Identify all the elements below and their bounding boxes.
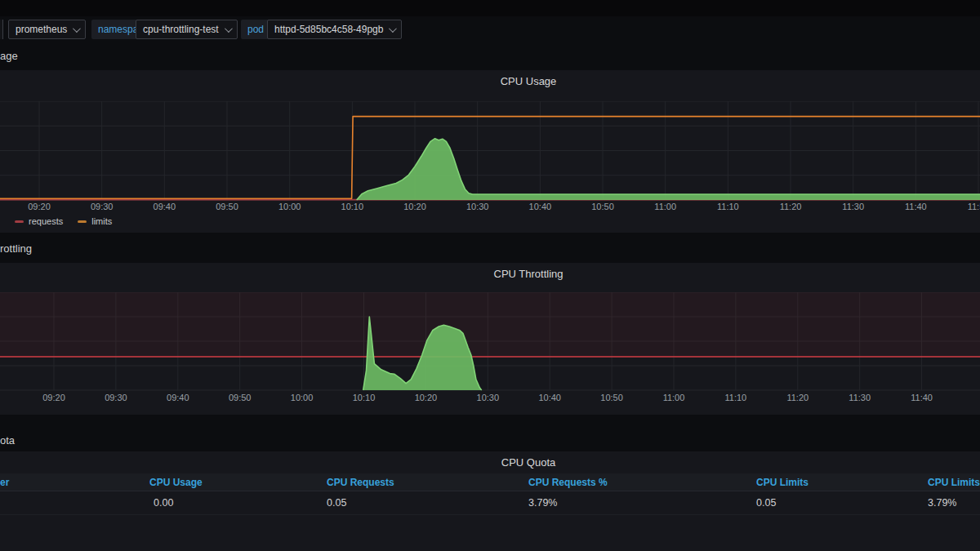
- row-header-cpu-throttling[interactable]: rottling: [0, 242, 32, 255]
- x-tick-label: 10:00: [291, 393, 314, 402]
- x-tick-label: 11:40: [905, 202, 927, 211]
- quota-column-header[interactable]: er: [0, 473, 9, 491]
- cpu-quota-panel: CPU Quota erCPU UsageCPU RequestsCPU Req…: [0, 451, 980, 551]
- x-tick-label: 10:40: [529, 202, 552, 211]
- x-tick-label: 09:20: [28, 202, 51, 211]
- x-tick-label: 11:10: [717, 202, 739, 211]
- x-tick-label: 09:40: [154, 202, 176, 211]
- x-tick-label: 10:50: [600, 393, 623, 402]
- x-tick-label: 10:40: [538, 393, 561, 402]
- pod-label: pod: [241, 20, 270, 39]
- x-tick-label: 11:50: [968, 202, 980, 211]
- namespace-dropdown[interactable]: cpu-throttling-test: [136, 20, 238, 39]
- threshold-region: [0, 292, 980, 357]
- variables-toolbar: prometheus namespace cpu-throttling-test…: [0, 16, 980, 46]
- quota-column-header[interactable]: CPU Limits: [756, 473, 808, 491]
- cpu-usage-legend: requestslimits: [15, 216, 112, 226]
- x-tick-label: 10:10: [353, 393, 376, 402]
- x-tick-label: 10:30: [466, 202, 489, 211]
- quota-cell: 0.05: [327, 491, 346, 514]
- namespace-value: cpu-throttling-test: [143, 24, 219, 35]
- datasource-dropdown[interactable]: prometheus: [8, 20, 86, 39]
- x-tick-label: 11:40: [911, 393, 933, 402]
- x-tick-label: 11:00: [663, 393, 685, 402]
- x-tick-label: 11:30: [842, 202, 864, 211]
- x-tick-label: 10:30: [477, 393, 500, 402]
- quota-column-header[interactable]: CPU Requests %: [528, 473, 608, 491]
- legend-label: requests: [29, 216, 63, 226]
- legend-swatch-icon: [78, 220, 87, 223]
- panel-title-cpu-usage[interactable]: CPU Usage: [501, 75, 557, 87]
- panel-title-cpu-throttling[interactable]: CPU Throttling: [493, 268, 563, 280]
- cpu-throttling-chart[interactable]: 09:2009:3009:4009:5010:0010:1010:2010:30…: [0, 292, 980, 408]
- panel-title-cpu-quota: CPU Quota: [501, 456, 555, 469]
- row-header-cpu-usage[interactable]: age: [0, 50, 18, 62]
- cpu-throttling-panel: CPU Throttling 09:2009:3009:4009:5010:00…: [0, 263, 980, 415]
- chevron-down-icon: [389, 24, 397, 33]
- pod-dropdown[interactable]: httpd-5d85bc4c58-49pgb: [267, 20, 402, 39]
- x-tick-label: 11:20: [786, 393, 808, 402]
- x-tick-label: 10:10: [341, 202, 364, 211]
- legend-item-requests[interactable]: requests: [15, 216, 63, 226]
- quota-table-header-row: erCPU UsageCPU RequestsCPU Requests %CPU…: [0, 473, 980, 491]
- chevron-down-icon: [225, 24, 233, 33]
- quota-column-header[interactable]: CPU Usage: [149, 473, 203, 491]
- series-line-limits: [0, 117, 980, 199]
- cpu-usage-chart[interactable]: 09:2009:3009:4009:5010:0010:1010:2010:30…: [0, 101, 980, 216]
- x-tick-label: 10:20: [415, 393, 438, 402]
- row-header-cpu-quota[interactable]: ota: [0, 434, 15, 447]
- quota-column-header[interactable]: CPU Requests: [327, 473, 394, 491]
- quota-cell: 0.00: [154, 491, 173, 514]
- legend-swatch-icon: [15, 220, 24, 223]
- x-tick-label: 11:10: [725, 393, 747, 402]
- x-tick-label: 10:50: [591, 202, 614, 211]
- top-bar: [0, 0, 980, 16]
- quota-column-header[interactable]: CPU Limits %: [928, 473, 980, 491]
- cpu-usage-panel: CPU Usage 09:2009:3009:4009:5010:0010:10…: [0, 70, 980, 233]
- quota-table-row: 0.000.053.79%0.053.79%: [0, 491, 980, 515]
- x-tick-label: 09:40: [167, 393, 189, 402]
- x-tick-label: 11:20: [780, 202, 802, 211]
- x-tick-label: 11:00: [654, 202, 676, 211]
- x-tick-label: 11:30: [849, 393, 871, 402]
- quota-cell: 0.05: [756, 491, 776, 514]
- x-tick-label: 09:30: [105, 393, 127, 402]
- x-tick-label: 09:50: [229, 393, 252, 402]
- x-tick-label: 09:20: [42, 393, 65, 402]
- grafana-dashboard: prometheus namespace cpu-throttling-test…: [0, 0, 980, 551]
- pod-value: httpd-5d85bc4c58-49pgb: [274, 24, 383, 35]
- legend-label: limits: [91, 216, 112, 226]
- quota-cell: 3.79%: [928, 491, 956, 514]
- x-tick-label: 10:00: [278, 202, 301, 211]
- cutoff-dropdown-edge[interactable]: [0, 20, 3, 39]
- legend-item-limits[interactable]: limits: [78, 216, 112, 226]
- x-tick-label: 09:30: [91, 202, 114, 211]
- chevron-down-icon: [73, 24, 81, 33]
- quota-cell: 3.79%: [528, 491, 557, 514]
- x-tick-label: 10:20: [403, 202, 426, 211]
- x-tick-label: 09:50: [216, 202, 238, 211]
- datasource-value: prometheus: [16, 24, 67, 35]
